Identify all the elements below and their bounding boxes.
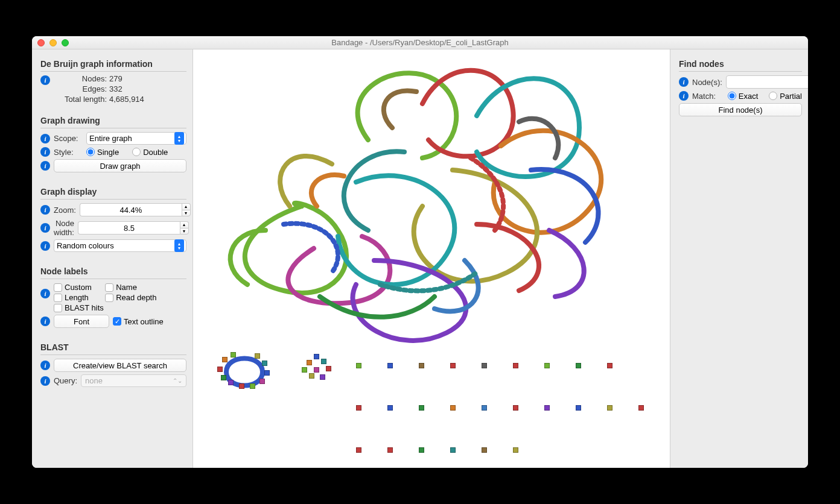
isolated-node: [450, 447, 456, 453]
isolated-node: [419, 405, 424, 411]
info-icon[interactable]: i: [40, 161, 50, 171]
isolated-node: [419, 447, 424, 453]
blast-checkbox[interactable]: BLAST hits: [54, 303, 105, 312]
chevron-updown-icon: ⌃⌄: [173, 377, 182, 384]
info-icon[interactable]: i: [679, 77, 689, 87]
info-icon[interactable]: i: [40, 361, 50, 370]
font-button[interactable]: Font: [54, 315, 109, 328]
isolated-node: [638, 405, 644, 411]
isolated-node: [482, 363, 487, 368]
find-nodes-input[interactable]: [726, 75, 808, 89]
edges-label: Edges:: [55, 84, 107, 93]
query-value: none: [85, 376, 103, 385]
find-nodes-label: Node(s):: [692, 78, 722, 87]
right-panel: Find nodes i Node(s): i Match: Exact Par…: [670, 49, 808, 468]
depth-checkbox[interactable]: Read depth: [105, 293, 156, 302]
chevron-updown-icon: ▴▾: [174, 132, 184, 145]
section-graph-drawing: Graph drawing: [40, 116, 186, 125]
isolated-node: [450, 405, 456, 411]
cluster: [302, 354, 338, 387]
info-icon[interactable]: i: [40, 134, 50, 143]
nodes-label: Nodes:: [55, 74, 107, 83]
left-panel: De Bruijn graph information i Nodes:279 …: [32, 49, 193, 468]
section-graph-display: Graph display: [40, 187, 186, 197]
isolated-node: [387, 363, 393, 368]
isolated-node: [576, 363, 581, 368]
isolated-node: [607, 405, 612, 411]
draw-graph-button[interactable]: Draw graph: [54, 159, 186, 172]
style-double-radio[interactable]: Double: [132, 148, 168, 157]
match-label: Match:: [692, 92, 724, 101]
nodewidth-label: Node width:: [54, 219, 74, 237]
isolated-node: [607, 363, 612, 368]
isolated-node: [513, 405, 518, 411]
scope-value: Entire graph: [89, 134, 132, 143]
chevron-updown-icon: ▴▾: [174, 239, 184, 252]
isolated-node: [544, 405, 550, 411]
length-checkbox[interactable]: Length: [54, 293, 105, 302]
find-nodes-button[interactable]: Find node(s): [679, 103, 802, 116]
colour-select[interactable]: Random colours ▴▾: [54, 239, 186, 252]
isolated-node: [513, 363, 518, 368]
query-label: Query:: [54, 376, 77, 385]
info-icon[interactable]: i: [40, 205, 50, 215]
match-partial-radio[interactable]: Partial: [769, 92, 802, 101]
section-graph-info: De Bruijn graph information: [40, 59, 186, 69]
isolated-node: [513, 447, 518, 453]
app-window: Bandage - /Users/Ryan/Desktop/E_coli_Las…: [32, 36, 808, 468]
chevron-up-icon[interactable]: ▴: [180, 221, 189, 228]
info-icon[interactable]: i: [40, 147, 50, 157]
edges-value: 332: [109, 84, 122, 93]
chevron-down-icon[interactable]: ▾: [180, 228, 189, 235]
zoom-label: Zoom:: [54, 206, 76, 215]
info-icon[interactable]: i: [40, 241, 50, 251]
isolated-node: [356, 447, 361, 453]
nodes-value: 279: [109, 74, 122, 83]
section-find-nodes: Find nodes: [679, 59, 802, 69]
section-blast: BLAST: [40, 342, 186, 352]
zoom-stepper[interactable]: ▴▾: [80, 203, 191, 216]
scope-select[interactable]: Entire graph ▴▾: [86, 132, 186, 145]
graph-canvas[interactable]: [193, 49, 670, 468]
info-icon[interactable]: i: [40, 223, 50, 233]
info-icon[interactable]: i: [40, 289, 50, 298]
text-outline-checkbox[interactable]: ✓Text outline: [113, 317, 164, 326]
info-icon[interactable]: i: [40, 376, 50, 386]
isolated-node: [544, 363, 550, 368]
query-select: none ⌃⌄: [81, 374, 186, 387]
nodewidth-stepper[interactable]: ▴▾: [78, 221, 189, 235]
graph-svg: [193, 49, 670, 468]
info-icon[interactable]: i: [40, 317, 50, 326]
isolated-node: [387, 405, 393, 411]
info-icon[interactable]: i: [40, 75, 50, 85]
style-single-radio[interactable]: Single: [86, 148, 119, 157]
isolated-node: [482, 447, 487, 453]
tlen-label: Total length:: [55, 95, 107, 104]
isolated-node: [356, 405, 361, 411]
name-checkbox[interactable]: Name: [105, 283, 156, 292]
titlebar[interactable]: Bandage - /Users/Ryan/Desktop/E_coli_Las…: [32, 36, 808, 49]
chevron-down-icon[interactable]: ▾: [182, 210, 191, 217]
isolated-node: [576, 405, 581, 411]
isolated-node: [356, 363, 361, 368]
colour-value: Random colours: [57, 241, 114, 250]
create-blast-button[interactable]: Create/view BLAST search: [54, 359, 186, 372]
info-icon[interactable]: i: [679, 91, 689, 101]
isolated-node: [387, 447, 393, 453]
scope-label: Scope:: [54, 134, 83, 143]
isolated-node: [419, 363, 424, 368]
custom-checkbox[interactable]: Custom: [54, 283, 105, 292]
total-length-value: 4,685,914: [109, 95, 144, 104]
isolated-node: [482, 405, 487, 411]
isolated-node: [450, 363, 456, 368]
window-title: Bandage - /Users/Ryan/Desktop/E_coli_Las…: [32, 38, 808, 47]
section-node-labels: Node labels: [40, 266, 186, 276]
chevron-up-icon[interactable]: ▴: [182, 203, 191, 210]
match-exact-radio[interactable]: Exact: [728, 92, 759, 101]
style-label: Style:: [54, 148, 83, 157]
cluster-ring: [217, 350, 272, 392]
